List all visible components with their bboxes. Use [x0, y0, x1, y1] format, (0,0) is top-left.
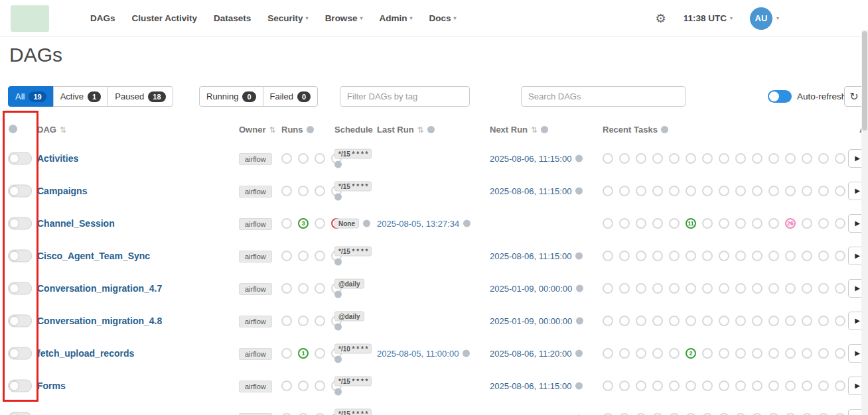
state-circle[interactable] [835, 316, 845, 326]
dag-link[interactable]: Channel_Session [37, 218, 115, 229]
state-circle[interactable] [818, 348, 829, 359]
airflow-logo[interactable] [11, 5, 49, 32]
state-circle[interactable] [752, 381, 762, 391]
state-circle[interactable] [719, 348, 729, 359]
state-circle[interactable] [768, 316, 779, 326]
state-circle[interactable] [768, 251, 779, 261]
state-circle[interactable] [818, 283, 829, 294]
state-circle[interactable] [603, 381, 613, 391]
state-circle[interactable] [785, 153, 796, 164]
state-circle[interactable] [818, 251, 829, 261]
state-circle[interactable] [636, 316, 646, 326]
state-circle[interactable] [702, 381, 713, 391]
state-circle[interactable] [603, 153, 613, 164]
next-run-link[interactable]: 2025-01-09, 00:00:00 [490, 283, 572, 293]
state-circle[interactable] [785, 251, 796, 261]
state-circle[interactable] [785, 381, 796, 391]
scrollbar-thumb[interactable] [862, 31, 867, 131]
state-circle[interactable] [752, 186, 762, 196]
tab-all[interactable]: All 19 [8, 86, 54, 107]
dag-link[interactable]: Campaigns [37, 186, 87, 196]
state-circle[interactable] [835, 413, 845, 415]
state-circle[interactable] [652, 316, 663, 326]
state-circle[interactable] [768, 348, 779, 359]
tag-filter-input[interactable] [340, 86, 470, 107]
filter-failed[interactable]: Failed 0 [263, 86, 319, 107]
state-circle[interactable] [735, 218, 746, 229]
state-circle[interactable] [835, 218, 845, 229]
state-circle[interactable] [768, 218, 779, 229]
sort-icon[interactable]: ⇅ [417, 125, 424, 135]
state-circle[interactable] [735, 381, 746, 391]
state-circle[interactable] [652, 381, 663, 391]
state-circle[interactable] [281, 316, 292, 326]
nav-item-datasets[interactable]: Datasets [214, 13, 251, 23]
state-circle[interactable] [702, 413, 713, 415]
state-circle[interactable] [768, 186, 779, 196]
state-circle[interactable] [315, 251, 325, 261]
state-circle[interactable] [719, 381, 729, 391]
state-circle[interactable] [802, 218, 812, 229]
state-circle[interactable] [802, 381, 812, 391]
state-circle[interactable] [652, 186, 663, 196]
last-run-link[interactable]: 2025-08-05, 13:27:34 [377, 218, 459, 228]
state-circle[interactable] [298, 153, 309, 164]
state-circle[interactable] [603, 186, 613, 196]
state-circle[interactable] [281, 413, 292, 415]
state-circle[interactable] [669, 413, 680, 415]
sort-icon[interactable]: ⇅ [60, 125, 66, 135]
state-circle[interactable] [702, 251, 713, 261]
state-circle[interactable] [636, 186, 646, 196]
state-circle[interactable] [686, 316, 696, 326]
gear-icon[interactable]: ⚙ [656, 13, 666, 25]
state-circle[interactable] [669, 283, 680, 294]
tab-active[interactable]: Active 1 [53, 86, 109, 107]
dag-pause-toggle[interactable] [8, 249, 32, 262]
dag-pause-toggle[interactable] [8, 282, 32, 294]
state-circle[interactable]: 3 [298, 218, 309, 229]
state-circle[interactable] [298, 316, 309, 326]
state-circle[interactable] [636, 348, 646, 359]
dag-pause-toggle[interactable] [8, 152, 32, 164]
state-circle[interactable] [735, 153, 746, 164]
state-circle[interactable] [752, 251, 762, 261]
state-circle[interactable] [835, 381, 845, 391]
state-circle[interactable] [702, 186, 713, 196]
state-circle[interactable] [835, 251, 845, 261]
state-circle[interactable] [719, 413, 729, 415]
state-circle[interactable] [735, 283, 746, 294]
auto-refresh-toggle[interactable] [768, 90, 792, 103]
dag-link[interactable]: Conversation_migration_4.7 [37, 283, 162, 294]
state-circle[interactable] [315, 153, 325, 164]
state-circle[interactable] [802, 251, 812, 261]
next-run-link[interactable]: 2025-08-06, 11:15:00 [490, 381, 571, 390]
state-circle[interactable] [652, 251, 663, 261]
state-circle[interactable] [636, 381, 646, 391]
state-circle[interactable] [652, 348, 663, 359]
state-circle[interactable] [669, 381, 680, 391]
state-circle[interactable] [719, 283, 729, 294]
state-circle[interactable] [281, 283, 292, 294]
state-circle[interactable] [802, 413, 812, 415]
state-circle[interactable] [719, 186, 729, 196]
nav-item-docs[interactable]: Docs ▾ [429, 13, 456, 23]
state-circle[interactable] [686, 153, 696, 164]
state-circle[interactable] [735, 251, 746, 261]
state-circle[interactable] [298, 186, 309, 196]
state-circle[interactable] [686, 381, 696, 391]
state-circle[interactable]: 2 [686, 348, 696, 359]
state-circle[interactable] [735, 316, 746, 326]
state-circle[interactable] [719, 218, 729, 229]
state-circle[interactable] [835, 348, 845, 359]
state-circle[interactable] [669, 251, 680, 261]
state-circle[interactable] [619, 348, 630, 359]
state-circle[interactable] [686, 283, 696, 294]
state-circle[interactable] [281, 153, 292, 164]
state-circle[interactable] [281, 381, 292, 391]
state-circle[interactable] [785, 316, 796, 326]
last-run-link[interactable]: 2025-08-05, 11:00:00 [377, 348, 459, 358]
next-run-link[interactable]: 2025-08-06, 11:20:00 [490, 348, 571, 358]
state-circle[interactable] [652, 218, 663, 229]
state-circle[interactable] [315, 283, 325, 294]
state-circle[interactable] [835, 186, 845, 196]
